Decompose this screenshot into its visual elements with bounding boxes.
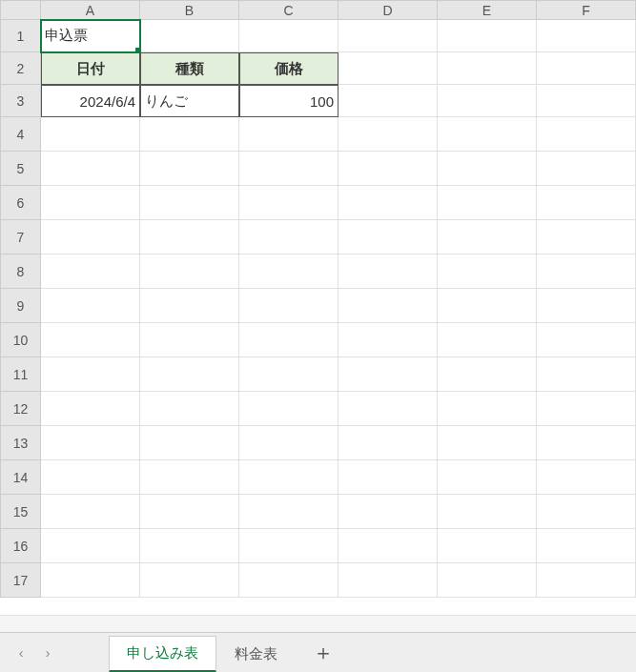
sheet-tab[interactable]: 申し込み表 — [109, 636, 216, 672]
cell-B13[interactable] — [140, 426, 239, 460]
cell-F7[interactable] — [537, 220, 636, 255]
cell-A14[interactable] — [41, 460, 140, 495]
cell-D9[interactable] — [339, 289, 438, 323]
cell-E14[interactable] — [438, 460, 537, 495]
cell-E13[interactable] — [438, 426, 537, 460]
cell-D2[interactable] — [339, 52, 438, 85]
cell-E7[interactable] — [438, 220, 537, 255]
column-header[interactable]: F — [537, 1, 636, 20]
cell-C12[interactable] — [239, 392, 339, 426]
cell-D16[interactable] — [339, 529, 438, 563]
cell-B9[interactable] — [140, 289, 239, 323]
sheet-tab[interactable]: 料金表 — [216, 637, 296, 672]
cell-E17[interactable] — [438, 563, 537, 598]
cell-A15[interactable] — [41, 495, 140, 529]
cell-F4[interactable] — [537, 117, 636, 152]
cell-C3[interactable]: 100 — [239, 85, 339, 117]
cell-F5[interactable] — [537, 152, 636, 186]
cell-C16[interactable] — [239, 529, 339, 563]
cell-C14[interactable] — [239, 460, 339, 495]
cell-E12[interactable] — [438, 392, 537, 426]
row-header[interactable]: 9 — [1, 289, 41, 323]
cell-A1[interactable]: 申込票 — [41, 20, 140, 52]
cell-A16[interactable] — [41, 529, 140, 563]
cell-D11[interactable] — [339, 357, 438, 392]
row-header[interactable]: 1 — [1, 20, 41, 52]
cell-C11[interactable] — [239, 357, 339, 392]
cell-C17[interactable] — [239, 563, 339, 598]
cell-F3[interactable] — [537, 85, 636, 117]
cell-B6[interactable] — [140, 186, 239, 220]
add-sheet-button[interactable]: ＋ — [307, 637, 339, 669]
cell-C6[interactable] — [239, 186, 339, 220]
cell-B15[interactable] — [140, 495, 239, 529]
column-header[interactable]: A — [41, 1, 140, 20]
cell-B7[interactable] — [140, 220, 239, 255]
cell-F8[interactable] — [537, 255, 636, 289]
cell-E16[interactable] — [438, 529, 537, 563]
cell-F13[interactable] — [537, 426, 636, 460]
cell-F1[interactable] — [537, 20, 636, 52]
column-header[interactable]: E — [438, 1, 537, 20]
cell-B3[interactable]: りんご — [140, 85, 239, 117]
row-header[interactable]: 14 — [1, 460, 41, 495]
cell-E8[interactable] — [438, 255, 537, 289]
column-header[interactable]: C — [239, 1, 339, 20]
cell-D13[interactable] — [339, 426, 438, 460]
row-header[interactable]: 3 — [1, 85, 41, 117]
next-sheet-arrow-icon[interactable]: › — [34, 640, 61, 666]
cell-B16[interactable] — [140, 529, 239, 563]
row-header[interactable]: 11 — [1, 357, 41, 392]
cell-F14[interactable] — [537, 460, 636, 495]
cell-A13[interactable] — [41, 426, 140, 460]
cell-D14[interactable] — [339, 460, 438, 495]
row-header[interactable]: 13 — [1, 426, 41, 460]
cell-F12[interactable] — [537, 392, 636, 426]
cell-A17[interactable] — [41, 563, 140, 598]
cell-E1[interactable] — [438, 20, 537, 52]
cell-D10[interactable] — [339, 323, 438, 357]
row-header[interactable]: 15 — [1, 495, 41, 529]
horizontal-scrollbar[interactable] — [0, 615, 636, 632]
cell-F6[interactable] — [537, 186, 636, 220]
cell-A2[interactable]: 日付 — [41, 52, 140, 85]
cell-A7[interactable] — [41, 220, 140, 255]
cell-D12[interactable] — [339, 392, 438, 426]
cell-B4[interactable] — [140, 117, 239, 152]
cell-C1[interactable] — [239, 20, 339, 52]
select-all-corner[interactable] — [1, 1, 41, 20]
cell-B17[interactable] — [140, 563, 239, 598]
cell-F2[interactable] — [537, 52, 636, 85]
cell-D4[interactable] — [339, 117, 438, 152]
cell-B14[interactable] — [140, 460, 239, 495]
cell-C15[interactable] — [239, 495, 339, 529]
row-header[interactable]: 12 — [1, 392, 41, 426]
cell-C9[interactable] — [239, 289, 339, 323]
cell-E9[interactable] — [438, 289, 537, 323]
cell-A11[interactable] — [41, 357, 140, 392]
cell-F17[interactable] — [537, 563, 636, 598]
row-header[interactable]: 16 — [1, 529, 41, 563]
column-header[interactable]: D — [339, 1, 438, 20]
cell-A8[interactable] — [41, 255, 140, 289]
row-header[interactable]: 17 — [1, 563, 41, 598]
cell-F15[interactable] — [537, 495, 636, 529]
cell-B1[interactable] — [140, 20, 239, 52]
cell-B5[interactable] — [140, 152, 239, 186]
cell-F9[interactable] — [537, 289, 636, 323]
cell-A12[interactable] — [41, 392, 140, 426]
cell-B10[interactable] — [140, 323, 239, 357]
cell-B2[interactable]: 種類 — [140, 52, 239, 85]
cell-D5[interactable] — [339, 152, 438, 186]
cell-D17[interactable] — [339, 563, 438, 598]
cell-D6[interactable] — [339, 186, 438, 220]
spreadsheet-grid[interactable]: ABCDEF1申込票2日付種類価格32024/6/4りんご10045678910… — [0, 0, 636, 598]
cell-F16[interactable] — [537, 529, 636, 563]
cell-C10[interactable] — [239, 323, 339, 357]
cell-A3[interactable]: 2024/6/4 — [41, 85, 140, 117]
cell-D15[interactable] — [339, 495, 438, 529]
cell-C8[interactable] — [239, 255, 339, 289]
column-header[interactable]: B — [140, 1, 239, 20]
cell-A10[interactable] — [41, 323, 140, 357]
row-header[interactable]: 8 — [1, 255, 41, 289]
